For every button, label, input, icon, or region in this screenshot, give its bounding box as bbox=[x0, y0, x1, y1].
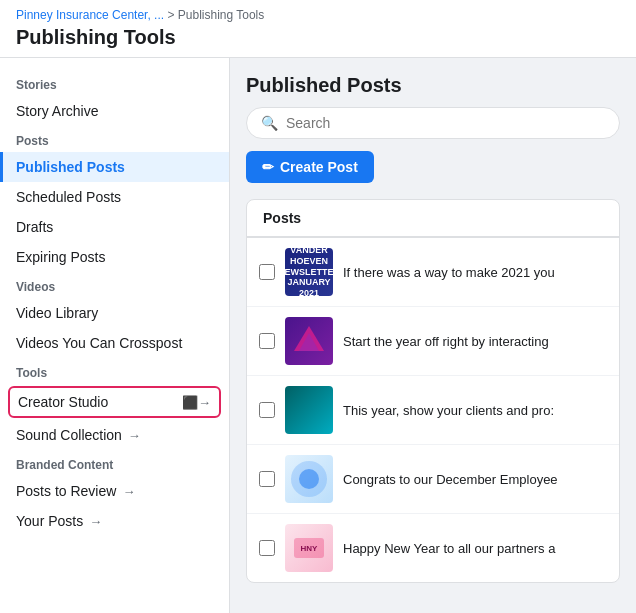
creator-studio-label: Creator Studio bbox=[18, 394, 108, 410]
sidebar-item-label: Sound Collection bbox=[16, 427, 122, 443]
content-title: Published Posts bbox=[246, 74, 620, 97]
sidebar-item-scheduled-posts[interactable]: Scheduled Posts bbox=[0, 182, 229, 212]
post-thumbnail bbox=[285, 386, 333, 434]
table-row[interactable]: This year, show your clients and pro: bbox=[247, 376, 619, 445]
post-checkbox[interactable] bbox=[259, 333, 275, 349]
post-text: Congrats to our December Employee bbox=[343, 472, 607, 487]
content-area: Published Posts 🔍 ✏ Create Post Posts VA… bbox=[230, 58, 636, 613]
breadcrumb-bar: Pinney Insurance Center, ... > Publishin… bbox=[0, 0, 636, 58]
post-thumbnail: VANDERHOEVENNEWSLETTERJANUARY2021 bbox=[285, 248, 333, 296]
sidebar-item-sound-collection[interactable]: Sound Collection → bbox=[0, 420, 229, 450]
sidebar-item-video-library[interactable]: Video Library bbox=[0, 298, 229, 328]
sidebar-section-posts: Posts bbox=[0, 126, 229, 152]
sidebar-item-label: Videos You Can Crosspost bbox=[16, 335, 182, 351]
sidebar-item-label: Scheduled Posts bbox=[16, 189, 121, 205]
content-header: Published Posts 🔍 ✏ Create Post bbox=[246, 74, 620, 183]
post-checkbox[interactable] bbox=[259, 264, 275, 280]
external-link-icon: → bbox=[89, 514, 102, 529]
page-main-title: Publishing Tools bbox=[16, 26, 620, 57]
external-link-icon: ⬛→ bbox=[182, 395, 211, 410]
create-post-button[interactable]: ✏ Create Post bbox=[246, 151, 374, 183]
table-row[interactable]: VANDERHOEVENNEWSLETTERJANUARY2021 If the… bbox=[247, 238, 619, 307]
thumbnail-image: HNY bbox=[285, 524, 333, 572]
sidebar-item-creator-studio[interactable]: Creator Studio ⬛→ bbox=[8, 386, 221, 418]
sidebar-item-drafts[interactable]: Drafts bbox=[0, 212, 229, 242]
svg-text:HNY: HNY bbox=[301, 544, 319, 553]
sidebar-item-posts-to-review[interactable]: Posts to Review → bbox=[0, 476, 229, 506]
search-box[interactable]: 🔍 bbox=[246, 107, 620, 139]
post-thumbnail bbox=[285, 455, 333, 503]
breadcrumb-current: Publishing Tools bbox=[178, 8, 265, 22]
sidebar-item-story-archive[interactable]: Story Archive bbox=[0, 96, 229, 126]
sidebar-section-tools: Tools bbox=[0, 358, 229, 384]
external-link-icon: → bbox=[128, 428, 141, 443]
breadcrumb-separator: > bbox=[167, 8, 177, 22]
sidebar-item-label: Posts to Review bbox=[16, 483, 116, 499]
post-thumbnail: HNY bbox=[285, 524, 333, 572]
sidebar: Stories Story Archive Posts Published Po… bbox=[0, 58, 230, 613]
post-checkbox[interactable] bbox=[259, 540, 275, 556]
post-text: This year, show your clients and pro: bbox=[343, 403, 607, 418]
external-link-icon: → bbox=[122, 484, 135, 499]
table-row[interactable]: HNY Happy New Year to all our partners a bbox=[247, 514, 619, 582]
post-checkbox[interactable] bbox=[259, 471, 275, 487]
sidebar-item-label: Your Posts bbox=[16, 513, 83, 529]
sidebar-item-your-posts[interactable]: Your Posts → bbox=[0, 506, 229, 536]
thumbnail-image bbox=[285, 317, 333, 365]
posts-table-header: Posts bbox=[247, 200, 619, 238]
sidebar-item-label: Drafts bbox=[16, 219, 53, 235]
search-icon: 🔍 bbox=[261, 115, 278, 131]
main-layout: Stories Story Archive Posts Published Po… bbox=[0, 58, 636, 613]
sidebar-item-label: Video Library bbox=[16, 305, 98, 321]
svg-point-3 bbox=[299, 469, 319, 489]
create-icon: ✏ bbox=[262, 159, 274, 175]
search-input[interactable] bbox=[286, 115, 605, 131]
create-post-label: Create Post bbox=[280, 159, 358, 175]
sidebar-section-videos: Videos bbox=[0, 272, 229, 298]
thumbnail-image bbox=[285, 455, 333, 503]
sidebar-item-label: Published Posts bbox=[16, 159, 125, 175]
post-text: Happy New Year to all our partners a bbox=[343, 541, 607, 556]
sidebar-item-expiring-posts[interactable]: Expiring Posts bbox=[0, 242, 229, 272]
sidebar-item-videos-crosspost[interactable]: Videos You Can Crosspost bbox=[0, 328, 229, 358]
posts-table: Posts VANDERHOEVENNEWSLETTERJANUARY2021 … bbox=[246, 199, 620, 583]
breadcrumb: Pinney Insurance Center, ... > Publishin… bbox=[16, 8, 620, 22]
sidebar-item-published-posts[interactable]: Published Posts bbox=[0, 152, 229, 182]
post-checkbox[interactable] bbox=[259, 402, 275, 418]
post-text: If there was a way to make 2021 you bbox=[343, 265, 607, 280]
table-row[interactable]: Start the year off right by interacting bbox=[247, 307, 619, 376]
breadcrumb-link[interactable]: Pinney Insurance Center, ... bbox=[16, 8, 164, 22]
thumbnail-image bbox=[285, 386, 333, 434]
sidebar-section-stories: Stories bbox=[0, 70, 229, 96]
sidebar-section-branded-content: Branded Content bbox=[0, 450, 229, 476]
table-row[interactable]: Congrats to our December Employee bbox=[247, 445, 619, 514]
sidebar-item-label: Expiring Posts bbox=[16, 249, 105, 265]
thumbnail-image: VANDERHOEVENNEWSLETTERJANUARY2021 bbox=[285, 248, 333, 296]
post-thumbnail bbox=[285, 317, 333, 365]
sidebar-item-label: Story Archive bbox=[16, 103, 98, 119]
post-text: Start the year off right by interacting bbox=[343, 334, 607, 349]
